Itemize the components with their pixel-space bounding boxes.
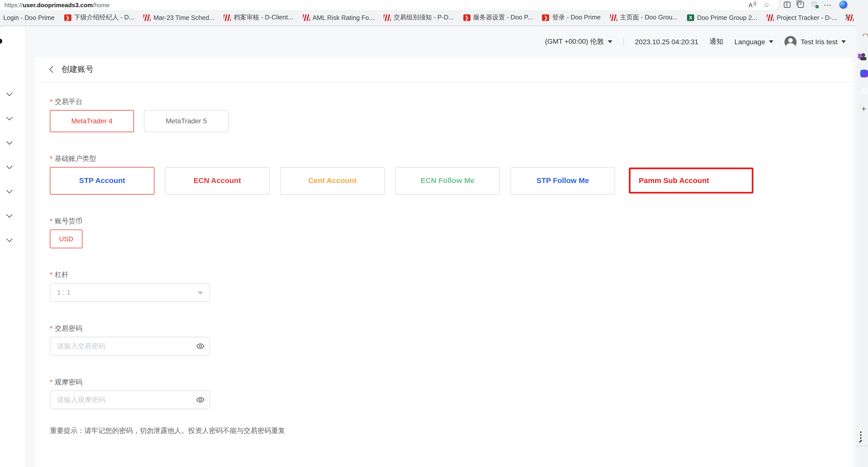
chevron-down-icon: [769, 40, 774, 43]
doo-prime-favicon: [224, 14, 231, 21]
trade-password-section: *交易密码: [50, 324, 838, 355]
url-text: https://user.dooprimeads3.com/home: [4, 1, 110, 8]
copilot-icon[interactable]: [839, 1, 847, 9]
bookmark[interactable]: AML Risk Rating Fo...: [303, 14, 374, 21]
address-bar[interactable]: https://user.dooprimeads3.com/home A ☆: [0, 0, 778, 10]
bookmark[interactable]: ❯登录 - Doo Prime: [542, 13, 601, 22]
account-type-section: *基础账户类型 STP Account ECN Account Cent Acc…: [50, 154, 838, 194]
show-password-eye-icon[interactable]: [196, 341, 205, 351]
show-password-eye-icon[interactable]: [196, 395, 205, 404]
app-sidebar: [0, 26, 26, 467]
browser-essentials-icon[interactable]: ♡✓: [811, 2, 817, 8]
leverage-select[interactable]: 1 : 1: [50, 283, 210, 302]
add-sidebar-item-icon[interactable]: +: [861, 104, 866, 113]
username-text: Test Iris test: [801, 38, 837, 45]
bookmark[interactable]: 交易组别须知 - P-D...: [383, 13, 454, 22]
browser-window: https://user.dooprimeads3.com/home A ☆ ♡…: [0, 0, 868, 467]
watch-password-section: *观摩密码: [50, 377, 838, 409]
split-screen-icon[interactable]: [784, 2, 790, 8]
timezone-label: (GMT +00:00) 伦敦: [545, 37, 604, 46]
bookmark[interactable]: Mar-23 Time Sched...: [144, 14, 215, 21]
platform-option-metatrader4[interactable]: MetaTrader 4: [50, 110, 134, 132]
account-type-option-cent[interactable]: Cent Account: [280, 167, 384, 194]
back-button[interactable]: [50, 66, 56, 72]
account-type-option-stp[interactable]: STP Account: [50, 167, 154, 194]
partial-logo-glyph: [0, 38, 2, 43]
account-type-option-pamm-sub-highlighted[interactable]: Pamm Sub Account: [629, 168, 753, 194]
create-account-form: *交易平台 MetaTrader 4 MetaTrader 5 *基础账户类型 …: [35, 81, 852, 435]
chevron-down-icon: [608, 40, 612, 43]
screenshot-tool-icon[interactable]: [860, 431, 861, 441]
user-menu[interactable]: Test Iris test: [785, 36, 846, 48]
web-page: (GMT +00:00) 伦敦 2023.10.25 04:20:31 通知 L…: [0, 26, 856, 467]
header-divider: [623, 38, 624, 45]
watch-password-input[interactable]: [50, 390, 210, 409]
favorites-star-icon[interactable]: ☆: [764, 2, 769, 7]
language-label: Language: [734, 38, 765, 45]
microsoft365-icon[interactable]: [860, 69, 868, 77]
browser-toolbar: https://user.dooprimeads3.com/home A ☆ ♡…: [0, 0, 868, 10]
trade-password-label: *交易密码: [50, 324, 838, 333]
bookmark[interactable]: Login - Doo Prime: [3, 14, 55, 21]
currency-label: *账号货币: [50, 216, 838, 226]
leverage-label: *杠杆: [50, 270, 838, 279]
app-header: (GMT +00:00) 伦敦 2023.10.25 04:20:31 通知 L…: [25, 26, 856, 58]
red-arrow-favicon: ❯: [64, 14, 71, 21]
notifications-link[interactable]: 通知: [709, 37, 723, 46]
leverage-value: 1 : 1: [57, 289, 70, 296]
platform-label: *交易平台: [50, 97, 838, 106]
sidebar-expand-chevron-icon[interactable]: [5, 162, 14, 171]
currency-section: *账号货币 USD: [50, 216, 838, 248]
bookmark[interactable]: 档案审核 - D-Client...: [224, 13, 293, 22]
chevron-left-icon: [49, 66, 56, 73]
avatar: [785, 36, 797, 48]
collections-icon[interactable]: [798, 2, 804, 8]
sidebar-expand-chevron-icon[interactable]: [5, 211, 14, 220]
sidebar-expand-chevron-icon[interactable]: [5, 89, 14, 98]
dropdown-caret-icon: [198, 291, 203, 294]
account-type-option-ecn[interactable]: ECN Account: [165, 167, 270, 194]
password-notice: 重要提示：请牢记您的密码，切勿泄露他人。投资人密码不能与交易密码重复: [50, 426, 838, 435]
bookmark[interactable]: 主页面 - Doo Grou...: [610, 13, 678, 22]
account-type-option-ecn-follow-me[interactable]: ECN Follow Me: [395, 167, 500, 194]
sidebar-expand-chevron-icon[interactable]: [5, 235, 14, 244]
doo-prime-favicon: [383, 14, 391, 21]
read-aloud-icon[interactable]: A: [748, 1, 756, 8]
platform-option-metatrader5[interactable]: MetaTrader 5: [144, 110, 228, 132]
page-title: 创建账号: [61, 64, 94, 74]
doo-prime-favicon: [144, 14, 151, 21]
leverage-section: *杠杆 1 : 1: [50, 270, 838, 302]
doo-prime-favicon: [767, 14, 774, 21]
sidebar-divider: [856, 445, 868, 446]
settings-menu-icon[interactable]: ···: [824, 1, 832, 8]
bookmarks-overflow-chevron-icon[interactable]: [844, 15, 848, 20]
watch-password-label: *观摩密码: [50, 377, 838, 387]
doo-prime-favicon: [303, 14, 310, 21]
bookmarks-bar: Login - Doo Prime ❯下级介绍经纪人 - D... Mar-23…: [0, 10, 868, 26]
chevron-down-icon: [841, 40, 846, 43]
platform-section: *交易平台 MetaTrader 4 MetaTrader 5: [50, 97, 838, 132]
sidebar-expand-chevron-icon[interactable]: [5, 138, 14, 147]
sidebar-expand-chevron-icon[interactable]: [5, 187, 14, 196]
language-selector[interactable]: Language: [734, 38, 773, 45]
bookmark[interactable]: Project Tracker - D-...: [767, 14, 837, 21]
trade-password-input[interactable]: [50, 336, 210, 355]
currency-option-usd[interactable]: USD: [50, 229, 83, 248]
excel-favicon: X: [687, 14, 694, 21]
red-arrow-favicon: ❯: [463, 14, 470, 21]
edge-sidebar: +: [856, 10, 868, 467]
bookmark[interactable]: ❯服务器设置 - Doo P...: [463, 13, 533, 22]
red-arrow-favicon: ❯: [542, 14, 549, 21]
create-account-card: 创建账号 *交易平台 MetaTrader 4 MetaTrader 5 *基础…: [35, 57, 852, 467]
account-type-label: *基础账户类型: [50, 154, 838, 163]
bookmark[interactable]: XDoo Prime Group 2...: [687, 14, 757, 21]
account-type-option-stp-follow-me[interactable]: STP Follow Me: [510, 167, 615, 194]
datetime-text: 2023.10.25 04:20:31: [635, 38, 699, 45]
bookmark[interactable]: ❯下级介绍经纪人 - D...: [64, 13, 134, 22]
sidebar-expand-chevron-icon[interactable]: [5, 114, 14, 123]
page-title-row: 创建账号: [35, 57, 852, 81]
timezone-selector[interactable]: (GMT +00:00) 伦敦: [545, 37, 612, 46]
doo-prime-favicon: [610, 14, 617, 21]
